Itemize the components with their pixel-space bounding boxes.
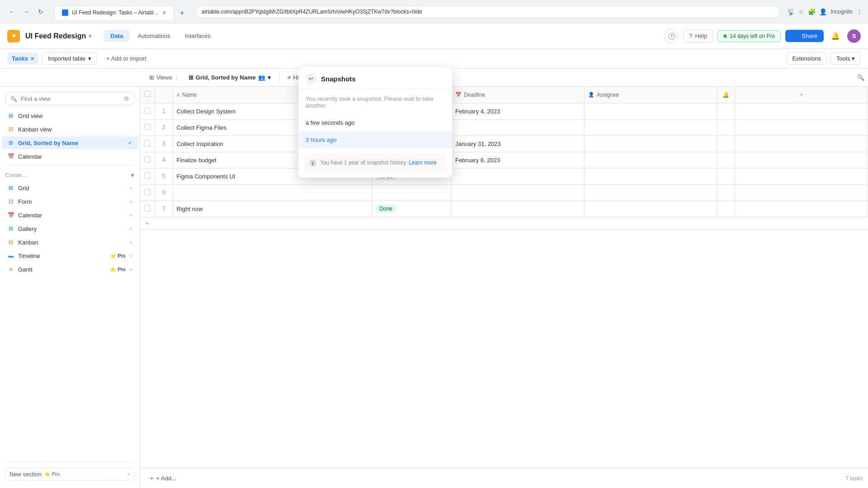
row-checkbox[interactable]: [144, 108, 151, 114]
row-assignee-cell[interactable]: [584, 184, 717, 201]
gear-icon[interactable]: ⚙: [124, 95, 129, 102]
sidebar-item-create-gallery[interactable]: ⊠ Gallery +: [2, 222, 138, 235]
row-checkbox[interactable]: [144, 205, 151, 211]
sidebar-item-grid-view[interactable]: ⊞ Grid view: [2, 109, 138, 122]
grid-sorted-button[interactable]: ⊞ Grid, Sorted by Name 👥 ▾: [184, 72, 275, 83]
table-row[interactable]: 3Collect InspirationDoneJanuary 31, 2023: [140, 136, 868, 152]
notifications-button[interactable]: 🔔: [828, 29, 843, 43]
header-assignee-col[interactable]: 👤 Assignee: [584, 87, 717, 103]
row-checkbox-cell[interactable]: [140, 119, 155, 136]
back-button[interactable]: ←: [5, 5, 18, 18]
row-assignee-cell[interactable]: [584, 103, 717, 119]
tasks-tab[interactable]: Tasks ×: [7, 52, 38, 65]
row-assignee-cell[interactable]: [584, 152, 717, 168]
row-deadline-cell[interactable]: January 31, 2023: [452, 136, 585, 152]
sidebar-item-create-grid[interactable]: ⊞ Grid +: [2, 182, 138, 194]
create-gantt-add-icon[interactable]: +: [129, 266, 132, 273]
add-col-icon[interactable]: +: [800, 92, 803, 98]
row-deadline-cell[interactable]: [452, 201, 585, 217]
header-extra-col[interactable]: +: [735, 87, 868, 103]
add-row-button[interactable]: + + Add...: [146, 472, 181, 484]
avatar[interactable]: S: [847, 29, 861, 43]
star-icon[interactable]: ☆: [798, 8, 804, 15]
create-calendar-add-icon[interactable]: +: [129, 212, 132, 219]
sidebar-item-kanban-view[interactable]: ⊟ Kanban view: [2, 123, 138, 136]
app-logo[interactable]: ✦: [7, 30, 20, 42]
row-deadline-cell[interactable]: February 8, 2023: [452, 152, 585, 168]
extensions-icon[interactable]: 🧩: [808, 8, 816, 15]
extensions-button[interactable]: Extensions: [786, 52, 827, 65]
imported-table-button[interactable]: Imported table ▾: [42, 52, 97, 65]
row-deadline-cell[interactable]: [452, 119, 585, 136]
row-assignee-cell[interactable]: [584, 168, 717, 184]
snapshot-back-button[interactable]: ↩: [306, 73, 316, 84]
search-input[interactable]: [21, 95, 120, 102]
snapshot-item-recent[interactable]: a few seconds ago: [298, 114, 452, 131]
help-button[interactable]: ? Help: [683, 29, 713, 42]
sidebar-search[interactable]: 🔍 ⚙: [5, 92, 134, 105]
snapshot-item-3h[interactable]: 3 hours ago: [298, 131, 452, 149]
new-section-add-icon[interactable]: +: [127, 471, 130, 478]
row-checkbox-cell[interactable]: [140, 103, 155, 119]
tab-close-button[interactable]: ×: [163, 9, 166, 16]
cast-icon[interactable]: 📡: [787, 8, 795, 15]
row-checkbox-cell[interactable]: [140, 184, 155, 201]
row-checkbox-cell[interactable]: [140, 168, 155, 184]
row-assignee-cell[interactable]: [584, 201, 717, 217]
nav-interfaces[interactable]: Interfaces: [179, 30, 217, 42]
table-row[interactable]: 6: [140, 184, 868, 201]
header-checkbox[interactable]: [144, 91, 151, 97]
table-row[interactable]: 1Collect Design SystemIn proFebruary 4, …: [140, 103, 868, 119]
menu-icon[interactable]: ⋮: [856, 8, 863, 15]
row-assignee-cell[interactable]: [584, 119, 717, 136]
search-button[interactable]: 🔍: [854, 70, 868, 85]
sidebar-item-grid-sorted[interactable]: ⊞ Grid, Sorted by Name ✓: [2, 136, 138, 149]
row-status-cell[interactable]: Done: [372, 201, 451, 217]
sidebar-item-create-kanban[interactable]: ⊟ Kanban +: [2, 236, 138, 249]
pro-badge[interactable]: 14 days left on Pro: [717, 30, 781, 42]
row-deadline-cell[interactable]: [452, 168, 585, 184]
row-checkbox[interactable]: [144, 124, 151, 130]
row-deadline-cell[interactable]: [452, 184, 585, 201]
new-tab-button[interactable]: +: [176, 7, 189, 20]
row-checkbox[interactable]: [144, 140, 151, 146]
table-row[interactable]: 7Right nowDone: [140, 201, 868, 217]
nav-automations[interactable]: Automations: [131, 30, 176, 42]
sidebar-item-calendar[interactable]: 📅 Calendar: [2, 150, 138, 163]
new-section-button[interactable]: New section ⭐ Pro +: [5, 468, 134, 481]
header-deadline-col[interactable]: 📅 Deadline: [452, 87, 585, 103]
sidebar-item-create-gantt[interactable]: ≡ Gantt ⭐ Pro +: [2, 263, 138, 276]
history-button[interactable]: 🕐: [664, 29, 679, 43]
row-name-cell[interactable]: Right now: [173, 201, 372, 217]
row-checkbox[interactable]: [144, 156, 151, 163]
table-row[interactable]: 5Figma Components UITo do: [140, 168, 868, 184]
row-assignee-cell[interactable]: [584, 136, 717, 152]
create-grid-add-icon[interactable]: +: [129, 185, 132, 192]
create-form-add-icon[interactable]: +: [129, 198, 132, 205]
create-kanban-add-icon[interactable]: +: [129, 239, 132, 246]
row-deadline-cell[interactable]: February 4, 2023: [452, 103, 585, 119]
address-bar[interactable]: airtable.com/appnB2PYqtdgiMrZG/tbliXpR4Z…: [196, 5, 780, 18]
row-checkbox-cell[interactable]: [140, 136, 155, 152]
create-chevron-icon[interactable]: ▾: [131, 171, 134, 179]
profile-icon[interactable]: 👤: [819, 8, 827, 15]
tasks-tab-close-icon[interactable]: ×: [31, 56, 34, 62]
create-gallery-add-icon[interactable]: +: [129, 225, 132, 232]
sidebar-item-create-form[interactable]: ⊡ Form +: [2, 195, 138, 208]
table-row[interactable]: 2Collect Figma FilesTo do: [140, 119, 868, 136]
row-checkbox-cell[interactable]: [140, 152, 155, 168]
row-checkbox[interactable]: [144, 189, 151, 195]
refresh-button[interactable]: ↻: [34, 5, 47, 18]
title-chevron-icon[interactable]: ▾: [89, 33, 91, 39]
row-checkbox[interactable]: [144, 173, 151, 179]
row-status-cell[interactable]: [372, 184, 451, 201]
snapshot-learn-more-link[interactable]: Learn more: [409, 160, 436, 166]
row-checkbox-cell[interactable]: [140, 201, 155, 217]
table-row[interactable]: 4Finalize budgetTo doFebruary 8, 2023: [140, 152, 868, 168]
sidebar-item-create-timeline[interactable]: ▬ Timeline ⭐ Pro +: [2, 249, 138, 262]
views-button[interactable]: ⊞ Views |: [145, 72, 182, 83]
active-tab[interactable]: UI Feed Redesign: Tasks – Airtabl… ×: [54, 5, 174, 20]
forward-button[interactable]: →: [20, 5, 33, 18]
add-row-bar[interactable]: +: [140, 217, 868, 230]
share-button[interactable]: 👤 Share: [785, 30, 824, 42]
